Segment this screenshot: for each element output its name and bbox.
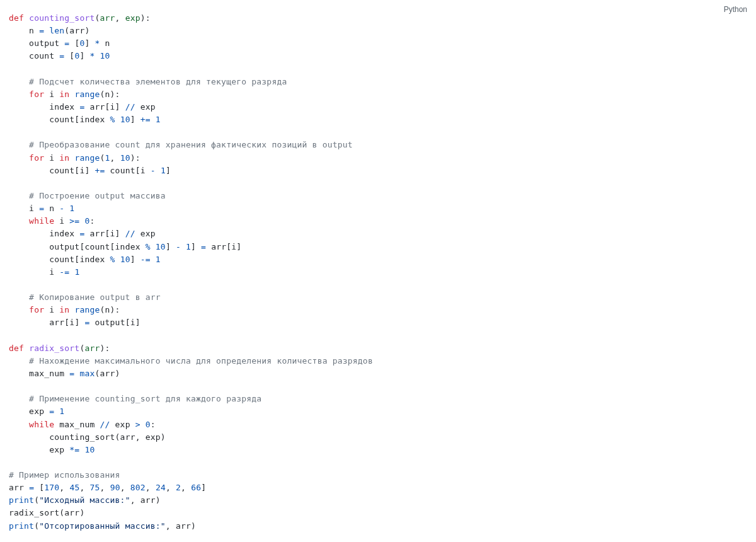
token-ws <box>135 229 140 238</box>
token-ws <box>9 89 29 99</box>
code-line: def radix_sort(arr): <box>9 343 110 353</box>
token-var: radix_sort <box>9 508 59 517</box>
token-var: exp <box>140 229 156 238</box>
code-line: for i in range(n): <box>9 89 120 99</box>
code-line: # Построение output массива <box>9 191 166 200</box>
token-punct: ( <box>94 13 100 23</box>
code-line: for i in range(n): <box>9 305 120 314</box>
token-punct: ( <box>94 369 100 378</box>
token-punct: ] <box>135 318 140 327</box>
token-var: n <box>105 305 110 314</box>
token-ws <box>105 255 110 264</box>
token-punct: [ <box>110 242 115 251</box>
token-punct: [ <box>39 483 44 492</box>
token-ws <box>89 38 94 48</box>
token-punct: [ <box>135 166 140 175</box>
token-ws <box>9 115 49 124</box>
token-ws <box>94 420 100 429</box>
token-var: index <box>115 242 140 251</box>
token-ws <box>146 166 151 175</box>
token-var: arr <box>211 242 226 251</box>
code-line: n = len(arr) <box>9 26 89 35</box>
token-ws <box>95 51 100 61</box>
token-var: n <box>29 26 34 35</box>
token-op: = <box>39 26 44 35</box>
token-var: index <box>79 115 105 124</box>
token-op: // <box>100 420 110 429</box>
token-punct: , <box>166 483 176 492</box>
token-kw: def <box>9 13 24 23</box>
token-kw: while <box>29 216 54 226</box>
token-op: += <box>94 166 105 175</box>
token-num: 1 <box>156 255 161 264</box>
code-line: # Пример использования <box>9 470 120 480</box>
token-ws <box>9 166 49 175</box>
token-var: i <box>29 204 34 213</box>
token-str: "Отсортированный массив:" <box>39 521 166 531</box>
token-num: 75 <box>90 483 100 492</box>
token-var: index <box>49 229 74 238</box>
token-var: output <box>49 242 79 251</box>
token-cmt: # Нахождение максимального числа для опр… <box>29 356 373 366</box>
token-num: 10 <box>120 115 130 124</box>
token-num: 1 <box>105 153 110 163</box>
token-var: count <box>49 255 74 264</box>
token-param: arr <box>100 13 115 23</box>
token-kw: def <box>9 343 24 353</box>
code-line: # Копирование output в arr <box>9 292 161 302</box>
token-ws <box>100 38 105 48</box>
token-ws <box>9 153 29 163</box>
token-op: >= <box>69 216 79 226</box>
code-line: index = arr[i] // exp <box>9 102 156 112</box>
token-var: arr <box>140 495 156 505</box>
token-ws <box>9 394 29 403</box>
token-punct: ) <box>191 521 196 531</box>
token-punct: [ <box>125 318 130 327</box>
token-punct: , <box>181 483 191 492</box>
token-op: * <box>95 38 100 48</box>
token-num: 170 <box>44 483 59 492</box>
code-line: # Нахождение максимального числа для опр… <box>9 356 373 366</box>
code-line: max_num = max(arr) <box>9 369 120 378</box>
token-var: exp <box>29 407 44 416</box>
token-ws <box>9 38 29 48</box>
token-num: 10 <box>100 51 110 61</box>
token-var: arr <box>49 318 64 327</box>
token-var: arr <box>69 26 84 35</box>
token-ws <box>135 102 140 112</box>
token-punct: : <box>151 420 156 429</box>
token-param: exp <box>125 13 140 23</box>
token-var: arr <box>9 483 24 492</box>
token-ws <box>9 292 29 302</box>
token-punct: ): <box>140 13 151 23</box>
token-punct: ): <box>100 343 110 353</box>
token-op: = <box>29 483 34 492</box>
token-ws <box>24 483 29 492</box>
code-line: arr = [170, 45, 75, 90, 802, 24, 2, 66] <box>9 483 206 492</box>
code-line: i -= 1 <box>9 267 79 277</box>
token-ws <box>9 305 29 314</box>
token-op: // <box>125 102 135 112</box>
token-ws <box>171 242 176 251</box>
token-punct: ] <box>115 229 120 238</box>
language-label: Python <box>724 4 747 16</box>
token-ws <box>24 343 29 353</box>
token-ws <box>9 26 29 35</box>
token-ws <box>9 407 29 416</box>
token-ws <box>140 242 146 251</box>
code-line: output[count[index % 10] - 1] = arr[i] <box>9 242 241 251</box>
code-line: # Подсчет количества элементов для текущ… <box>9 77 287 86</box>
token-ws <box>9 242 49 251</box>
token-var: count <box>84 242 110 251</box>
token-cmt: # Пример использования <box>9 470 120 480</box>
token-var: arr <box>89 229 105 238</box>
code-line: index = arr[i] // exp <box>9 229 156 238</box>
token-op: - <box>151 166 156 175</box>
token-ws <box>9 51 29 61</box>
token-kw: for <box>29 153 44 163</box>
token-var: max_num <box>59 420 94 429</box>
token-ws <box>105 115 110 124</box>
token-var: arr <box>176 521 191 531</box>
token-num: 10 <box>84 445 94 454</box>
token-punct: ( <box>34 495 39 505</box>
